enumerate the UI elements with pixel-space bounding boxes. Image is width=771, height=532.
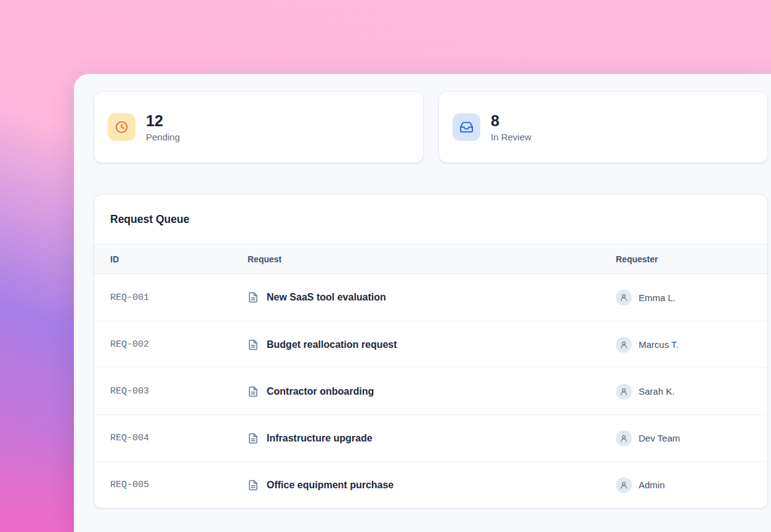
document-icon <box>248 433 259 444</box>
table-row[interactable]: REQ-005 Office equipment purchase Admin <box>94 461 767 508</box>
requester-cell: Admin <box>616 477 767 493</box>
stats-row: 12 Pending 8 In Review <box>94 91 768 163</box>
request-cell: Contractor onboarding <box>248 386 616 397</box>
requester-name: Admin <box>639 480 665 490</box>
request-id: REQ-003 <box>110 386 248 397</box>
stat-text: 12 Pending <box>146 112 180 142</box>
stat-card-in-review: 8 In Review <box>438 91 768 163</box>
request-id: REQ-001 <box>110 292 248 303</box>
avatar <box>616 477 632 493</box>
avatar <box>616 337 632 353</box>
document-icon <box>248 292 259 303</box>
request-id: REQ-004 <box>110 433 248 443</box>
table-row[interactable]: REQ-001 New SaaS tool evaluation Emma L. <box>94 274 767 321</box>
requester-cell: Marcus T. <box>616 337 767 353</box>
requester-cell: Sarah K. <box>616 384 767 400</box>
request-cell: Infrastructure upgrade <box>248 433 616 444</box>
main-panel: 12 Pending 8 In Review Request Queue <box>74 74 771 532</box>
stat-label-in-review: In Review <box>491 132 531 142</box>
stat-value-pending: 12 <box>146 112 180 130</box>
table-header-row: ID Request Requester <box>94 244 767 274</box>
requester-cell: Emma L. <box>616 289 767 305</box>
requester-cell: Dev Team <box>616 430 767 446</box>
stat-card-pending: 12 Pending <box>94 91 424 163</box>
requester-name: Marcus T. <box>639 339 679 350</box>
request-cell: Office equipment purchase <box>248 480 616 491</box>
requester-name: Emma L. <box>639 292 676 303</box>
request-title: Contractor onboarding <box>267 386 374 397</box>
stat-text: 8 In Review <box>491 112 531 142</box>
requester-name: Dev Team <box>639 433 680 443</box>
request-title: Office equipment purchase <box>267 480 394 491</box>
avatar <box>616 289 632 305</box>
inbox-icon <box>453 113 480 141</box>
table-body: REQ-001 New SaaS tool evaluation Emma L. <box>94 274 767 508</box>
table-row[interactable]: REQ-004 Infrastructure upgrade Dev Team <box>94 414 767 461</box>
table-row[interactable]: REQ-002 Budget reallocation request Marc… <box>94 321 767 368</box>
request-cell: Budget reallocation request <box>248 339 616 350</box>
table-row[interactable]: REQ-003 Contractor onboarding Sarah K. <box>94 368 767 414</box>
column-header-requester: Requester <box>616 254 767 264</box>
stat-label-pending: Pending <box>146 132 180 142</box>
request-title: New SaaS tool evaluation <box>267 292 386 303</box>
avatar <box>616 430 632 446</box>
clock-icon <box>108 113 135 141</box>
document-icon <box>248 386 259 397</box>
avatar <box>616 384 632 400</box>
requester-name: Sarah K. <box>639 386 674 397</box>
gradient-background: 12 Pending 8 In Review Request Queue <box>0 0 771 532</box>
stat-value-in-review: 8 <box>491 112 531 130</box>
request-id: REQ-002 <box>110 339 248 350</box>
request-title: Infrastructure upgrade <box>267 433 373 444</box>
document-icon <box>248 339 259 350</box>
document-icon <box>248 480 259 491</box>
request-id: REQ-005 <box>110 480 248 490</box>
table-title: Request Queue <box>94 195 767 244</box>
request-queue-card: Request Queue ID Request Requester REQ-0… <box>94 194 768 509</box>
request-title: Budget reallocation request <box>267 339 397 350</box>
request-cell: New SaaS tool evaluation <box>248 292 616 303</box>
column-header-id: ID <box>110 254 248 264</box>
column-header-request: Request <box>248 254 616 264</box>
